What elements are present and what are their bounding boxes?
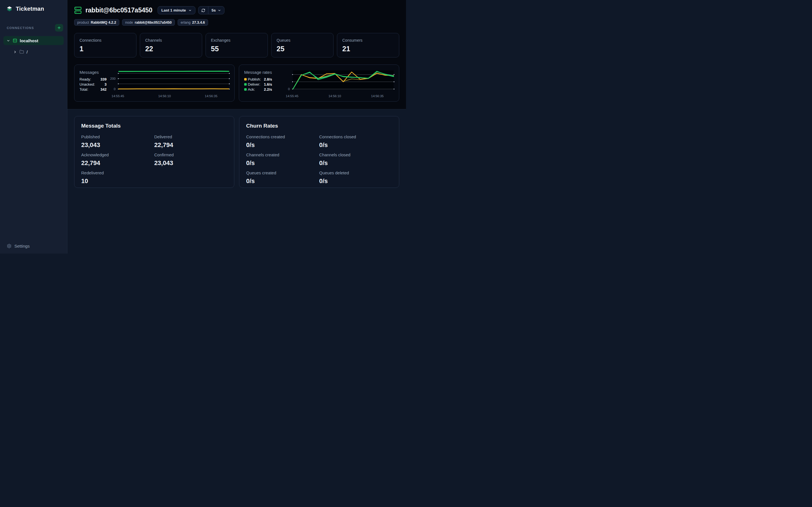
item-label: Channels closed (319, 152, 392, 158)
item-value: 23,043 (154, 159, 227, 167)
legend-label: Total: (80, 87, 100, 92)
erlang-badge: erlang 27.3.4.6 (177, 19, 208, 25)
item-value: 0/s (246, 159, 319, 167)
deliver-bullet-icon (244, 83, 247, 86)
total-redelivered: Redelivered 10 (81, 170, 154, 185)
legend-value: 342 (100, 87, 107, 92)
stat-value: 55 (211, 45, 262, 53)
churn-queues-created: Queues created 0/s (246, 170, 319, 185)
folder-icon (19, 50, 24, 54)
item-label: Delivered (154, 134, 227, 139)
y-axis-labels: 0 (282, 70, 292, 92)
stat-label: Connections (80, 38, 131, 43)
item-value: 0/s (319, 159, 392, 167)
time-range-select[interactable]: Last 1 minute (158, 6, 195, 14)
y-tick-label: 0 (114, 87, 116, 91)
item-label: Connections created (246, 134, 319, 139)
panel-title: Message Totals (81, 123, 227, 129)
main-content: rabbit@6bc0517a5450 Last 1 minute (67, 0, 406, 253)
legend-row: Ack: 2.2/s (244, 87, 282, 92)
item-label: Connections closed (319, 134, 392, 139)
legend-row: Deliver: 1.6/s (244, 82, 282, 87)
item-label: Acknowledged (81, 152, 154, 158)
badge-label: node (125, 20, 133, 24)
item-value: 22,794 (81, 159, 154, 167)
legend-row: Unacked: 3 (80, 82, 107, 87)
chart-title: Message rates (244, 70, 282, 75)
item-value: 23,043 (81, 142, 154, 149)
item-value: 0/s (246, 177, 319, 185)
page-title: rabbit@6bc0517a5450 (86, 6, 152, 14)
item-label: Channels created (246, 152, 319, 158)
legend-label: Ready: (80, 77, 100, 81)
legend-row: Publish: 2.8/s (244, 77, 282, 81)
overview-section: rabbit@6bc0517a5450 Last 1 minute (67, 0, 406, 109)
y-tick-label: 200 (110, 77, 116, 80)
badge-value: 27.3.4.6 (192, 20, 205, 24)
stat-label: Exchanges (211, 38, 262, 43)
chevron-down-icon (188, 9, 192, 12)
stat-value: 1 (80, 45, 131, 53)
item-value: 0/s (319, 177, 392, 185)
time-range-value: Last 1 minute (161, 8, 186, 12)
refresh-button[interactable] (199, 6, 208, 14)
badge-value: RabbitMQ 4.2.2 (91, 20, 116, 24)
plus-icon (57, 25, 61, 30)
item-value: 22,794 (154, 142, 227, 149)
item-label: Queues deleted (319, 170, 392, 175)
vhost-label: / (27, 50, 28, 54)
stat-card-connections: Connections 1 (74, 33, 137, 57)
app-logo: Ticketman (3, 6, 64, 12)
stat-value: 22 (145, 45, 197, 53)
messages-legend: Ready: 339 Unacked: 3 Total: 342 (80, 77, 108, 92)
legend-value: 2.2/s (264, 87, 282, 92)
connection-label: localhost (20, 38, 38, 43)
sidebar-item-vhost[interactable]: / (3, 47, 64, 56)
legend-row: Total: 342 (80, 87, 107, 92)
legend-label: Unacked: (80, 82, 105, 87)
x-tick-label: 14:56:10 (158, 94, 171, 98)
stat-label: Channels (145, 38, 197, 43)
legend-value: 2.8/s (264, 77, 282, 81)
publish-bullet-icon (244, 78, 247, 80)
x-tick-label: 14:56:35 (371, 94, 384, 98)
refresh-interval-select[interactable]: 5s (208, 6, 224, 14)
chevron-right-icon[interactable] (13, 50, 17, 54)
churn-connections-closed: Connections closed 0/s (319, 134, 392, 149)
churn-channels-closed: Channels closed 0/s (319, 152, 392, 167)
x-tick-label: 14:56:10 (328, 94, 341, 98)
badge-label: erlang (181, 20, 191, 24)
churn-rates-panel: Churn Rates Connections created 0/s Conn… (239, 116, 399, 188)
rates-legend: Publish: 2.8/s Deliver: 1.6/s Ack: 2.2/s (244, 77, 282, 92)
total-confirmed: Confirmed 23,043 (154, 152, 227, 167)
connections-tree: localhost / (3, 36, 64, 56)
app-name: Ticketman (16, 6, 44, 12)
meta-badges: product RabbitMQ 4.2.2 node rabbit@6bc05… (74, 19, 399, 25)
add-connection-button[interactable] (55, 24, 63, 32)
settings-button[interactable]: Settings (3, 244, 64, 248)
stat-cards: Connections 1 Channels 22 Exchanges 55 Q… (74, 33, 399, 57)
legend-label: Publish: (248, 77, 264, 81)
y-tick-label: 0 (288, 87, 290, 91)
legend-label: Deliver: (248, 82, 264, 87)
stat-card-exchanges: Exchanges 55 (206, 33, 268, 57)
legend-label: Ack: (248, 87, 264, 92)
churn-channels-created: Channels created 0/s (246, 152, 319, 167)
item-value: 10 (81, 177, 154, 185)
chevron-down-icon[interactable] (6, 39, 10, 43)
sidebar: Ticketman CONNECTIONS localhost (0, 0, 67, 253)
legend-value: 1.6/s (264, 82, 282, 87)
sidebar-item-localhost[interactable]: localhost (3, 36, 64, 45)
item-label: Queues created (246, 170, 319, 175)
total-delivered: Delivered 22,794 (154, 134, 227, 149)
connections-section-label: CONNECTIONS (7, 26, 34, 30)
server-icon (74, 6, 82, 14)
item-value: 0/s (246, 142, 319, 149)
database-icon (13, 38, 17, 43)
y-axis-labels: 2000 (108, 70, 118, 92)
panel-title: Churn Rates (246, 123, 392, 129)
refresh-controls: 5s (198, 6, 224, 14)
details-section: Message Totals Published 23,043 Delivere… (67, 109, 406, 253)
stat-label: Queues (276, 38, 328, 43)
stat-card-channels: Channels 22 (140, 33, 202, 57)
